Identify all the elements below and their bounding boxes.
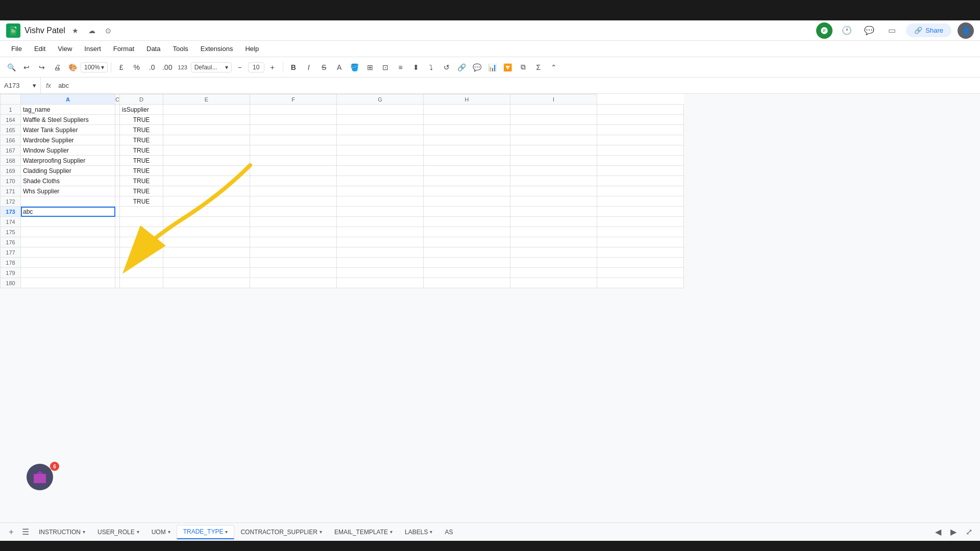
cell-empty-179-5[interactable] [597,268,684,278]
rotate-icon[interactable]: ↺ [439,60,454,74]
cell-c-175[interactable] [120,227,163,237]
decimal-decrease-icon[interactable]: .0 [145,60,159,74]
cell-reference[interactable]: A173 ▾ [0,78,41,93]
cell-b-175[interactable] [115,227,120,237]
avatar[interactable]: 👤 [958,22,974,39]
strikethrough-icon[interactable]: S [317,60,331,74]
col-header-h[interactable]: H [424,94,510,105]
cell-b-167[interactable] [115,145,120,156]
cell-b-178[interactable] [115,258,120,268]
tab-labels-dropdown[interactable]: ▾ [430,529,432,535]
cell-empty-173-5[interactable] [597,207,684,217]
cell-empty-165-4[interactable] [510,125,597,135]
cell-b-173[interactable] [115,207,120,217]
cell-empty-167-4[interactable] [510,145,597,156]
cell-empty-174-4[interactable] [510,217,597,227]
cell-empty-164-0[interactable] [163,115,250,125]
cell-empty-169-0[interactable] [163,166,250,176]
cell-empty-165-1[interactable] [250,125,337,135]
cell-empty-178-2[interactable] [337,258,424,268]
cell-empty-169-5[interactable] [597,166,684,176]
menu-help[interactable]: Help [240,43,264,55]
cell-c-180[interactable] [120,278,163,288]
cell-empty-176-4[interactable] [510,237,597,247]
cell-empty-164-3[interactable] [424,115,510,125]
cell-empty-172-1[interactable] [250,196,337,207]
cell-empty-175-5[interactable] [597,227,684,237]
cell-empty-179-3[interactable] [424,268,510,278]
cell-empty-175-4[interactable] [510,227,597,237]
search-icon[interactable]: 🔍 [4,60,18,74]
freeze-icon[interactable]: ⧉ [516,60,530,74]
cell-empty-170-3[interactable] [424,176,510,186]
cell-b-166[interactable] [115,135,120,145]
cell-empty-179-0[interactable] [163,268,250,278]
sheet-list-button[interactable]: ☰ [18,525,33,539]
cell-empty-175-0[interactable] [163,227,250,237]
cell-a-172[interactable] [21,196,115,207]
history-icon[interactable]: 🕐 [839,22,855,39]
cell-empty-168-5[interactable] [597,156,684,166]
tab-scroll-right[interactable]: ▶ [946,525,961,539]
tab-labels[interactable]: LABELS ▾ [399,525,438,539]
cell-empty-175-3[interactable] [424,227,510,237]
tab-expand[interactable]: ⤢ [962,525,976,539]
cell-empty-168-4[interactable] [510,156,597,166]
cell-a-168[interactable]: Waterproofing Supplier [21,156,115,166]
cell-a-169[interactable]: Cladding Supplier [21,166,115,176]
chart-icon[interactable]: 📊 [485,60,500,74]
align-icon[interactable]: ≡ [394,60,408,74]
col-header-i[interactable]: I [510,94,597,105]
cell-a-164[interactable]: Waffle & Steel Suppliers [21,115,115,125]
cell-empty-168-2[interactable] [337,156,424,166]
cell-empty-176-0[interactable] [163,237,250,247]
tab-instruction[interactable]: INSTRUCTION ▾ [33,525,91,539]
cell-empty-176-2[interactable] [337,237,424,247]
tab-trade-type-dropdown[interactable]: ▾ [225,529,228,535]
cell-empty-164-1[interactable] [250,115,337,125]
cell-empty-177-4[interactable] [510,247,597,258]
cell-empty-170-4[interactable] [510,176,597,186]
menu-edit[interactable]: Edit [29,43,51,55]
cell-a-166[interactable]: Wardrobe Supplier [21,135,115,145]
cell-a-173[interactable] [21,207,115,217]
cell-empty-166-0[interactable] [163,135,250,145]
cell-empty-172-4[interactable] [510,196,597,207]
cell-a-167[interactable]: Window Supplier [21,145,115,156]
text-color-icon[interactable]: A [332,60,347,74]
zoom-control[interactable]: 100% ▾ [81,62,108,72]
cell-c-171[interactable]: TRUE [120,186,163,196]
cell-empty-171-2[interactable] [337,186,424,196]
menu-view[interactable]: View [53,43,77,55]
cell-a-170[interactable]: Shade Cloths [21,176,115,186]
cell-a-176[interactable] [21,237,115,247]
cell-empty-170-0[interactable] [163,176,250,186]
cell-empty-175-1[interactable] [250,227,337,237]
cell-empty-176-1[interactable] [250,237,337,247]
cell-empty-167-2[interactable] [337,145,424,156]
menu-extensions[interactable]: Extensions [195,43,238,55]
cell-b-174[interactable] [115,217,120,227]
font-size-control[interactable]: 10 [248,62,264,72]
tab-instruction-dropdown[interactable]: ▾ [83,529,85,535]
cell-empty-174-1[interactable] [250,217,337,227]
cell-a-180[interactable] [21,278,115,288]
cell-a-178[interactable] [21,258,115,268]
cell-c-170[interactable]: TRUE [120,176,163,186]
tab-trade-type[interactable]: TRADE_TYPE ▾ [177,525,235,539]
cell-empty-179-2[interactable] [337,268,424,278]
tab-contractor-supplier-dropdown[interactable]: ▾ [320,529,322,535]
cell-empty-177-1[interactable] [250,247,337,258]
cell-empty-173-2[interactable] [337,207,424,217]
header-tag-name[interactable]: tag_name [21,105,115,115]
cell-empty-178-0[interactable] [163,258,250,268]
tab-as[interactable]: AS [438,525,459,539]
cell-empty-172-3[interactable] [424,196,510,207]
cell-empty-180-2[interactable] [337,278,424,288]
tab-email-template[interactable]: EMAIL_TEMPLATE ▾ [328,525,399,539]
header-is-supplier[interactable]: isSupplier [120,105,163,115]
cell-empty-177-5[interactable] [597,247,684,258]
font-size-decrease[interactable]: − [233,60,247,74]
share-button[interactable]: 🔗 Share [906,23,951,37]
cell-c-177[interactable] [120,247,163,258]
